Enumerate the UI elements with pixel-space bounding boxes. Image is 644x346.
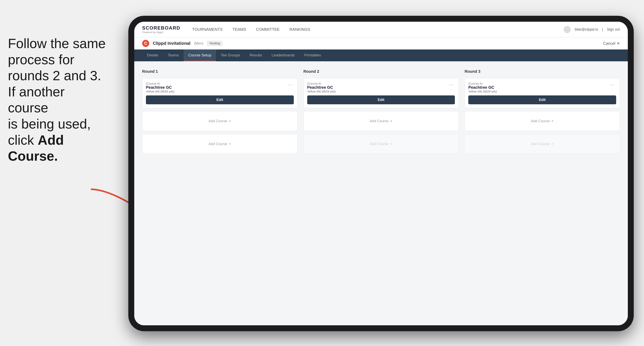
round-1-add-course-1[interactable]: Add Course + <box>142 111 298 131</box>
round-1-course-name: Peachtree GC <box>146 85 174 90</box>
round-1-add-course-text-2: Add Course + <box>208 142 231 146</box>
top-nav: SCOREBOARD Powered by clippd TOURNAMENTS… <box>134 22 628 37</box>
round-1-add-course-text-1: Add Course + <box>208 119 231 123</box>
instruction-panel: Follow the same process for rounds 2 and… <box>0 31 114 168</box>
round-2-add-course-text-1: Add Course + <box>370 119 392 123</box>
tab-details[interactable]: Details <box>142 49 163 61</box>
cancel-label: Cancel <box>603 41 615 46</box>
round-1-course-card: (Course A) Peachtree GC Yellow (M) (6629… <box>142 78 298 108</box>
round-2-add-course-2[interactable]: Add Course + <box>304 134 459 154</box>
logo-subtitle: Powered by clippd <box>142 31 180 34</box>
user-avatar <box>564 26 571 33</box>
round-2-course-name: Peachtree GC <box>307 85 336 90</box>
nav-tournaments[interactable]: TOURNAMENTS <box>192 26 222 33</box>
instruction-line2: process for <box>8 52 74 67</box>
round-2-add-course-label-1: Add Course <box>370 119 388 123</box>
logo-title: SCOREBOARD <box>142 25 180 31</box>
main-content: Round 1 (Course A) Peachtree GC Yellow (… <box>134 61 628 325</box>
tablet-screen: SCOREBOARD Powered by clippd TOURNAMENTS… <box>134 22 628 325</box>
top-nav-right: blair@clippd.io | Sign out <box>564 26 620 33</box>
round-1-course-label: (Course A) <box>146 82 174 85</box>
round-3-course-card: (Course A) Peachtree GC Yellow (M) (6629… <box>464 78 620 108</box>
round-1-card-header: (Course A) Peachtree GC Yellow (M) (6629… <box>146 82 294 93</box>
instruction-line6-plain: click <box>8 133 38 148</box>
round-1-add-course-label-2: Add Course <box>208 142 227 146</box>
round-2-course-info: (Course A) Peachtree GC Yellow (M) (6629… <box>307 82 336 93</box>
round-3-add-course-text-1: Add Course + <box>531 119 554 123</box>
round-3-course-details: Yellow (M) (6629 yds) <box>468 90 497 93</box>
round-3-course-name: Peachtree GC <box>468 85 497 90</box>
tournament-name: Clippd Invitational <box>153 41 190 46</box>
hosting-badge: Hosting <box>207 41 223 46</box>
round-2-add-course-plus-2: + <box>390 142 392 146</box>
round-2-course-details: Yellow (M) (6629 yds) <box>307 90 336 93</box>
round-2-edit-button[interactable]: Edit <box>307 95 455 104</box>
round-2-course-label: (Course A) <box>307 82 336 85</box>
sub-header: C Clippd Invitational (Men) Hosting Canc… <box>134 37 628 49</box>
round-3-add-course-1[interactable]: Add Course + <box>464 111 620 131</box>
round-3-column: Round 3 (Course A) Peachtree GC Yellow (… <box>464 69 620 154</box>
tablet-device: SCOREBOARD Powered by clippd TOURNAMENTS… <box>128 16 634 331</box>
round-2-label: Round 2 <box>304 69 459 74</box>
round-3-add-course-text-2: Add Course + <box>531 142 554 146</box>
round-2-add-course-1[interactable]: Add Course + <box>304 111 459 131</box>
nav-committee[interactable]: COMMITTEE <box>256 26 280 33</box>
round-2-add-course-label-2: Add Course <box>370 142 388 146</box>
round-2-card-menu-icon[interactable]: ⋯ <box>447 82 455 88</box>
user-email: blair@clippd.io <box>575 27 598 31</box>
instruction-line4: If another course <box>8 84 64 115</box>
men-label: (Men) <box>194 41 203 45</box>
round-3-course-label: (Course A) <box>468 82 497 85</box>
cancel-x-icon: ✕ <box>616 41 620 46</box>
round-1-add-course-2[interactable]: Add Course + <box>142 134 298 154</box>
round-3-label: Round 3 <box>464 69 620 74</box>
round-3-add-course-label-1: Add Course <box>531 119 550 123</box>
round-3-add-course-plus-2: + <box>551 142 554 146</box>
clippd-logo: C <box>142 40 149 47</box>
instruction-line3: rounds 2 and 3. <box>8 68 101 83</box>
round-2-add-course-plus-1: + <box>390 119 392 123</box>
round-3-add-course-2[interactable]: Add Course + <box>464 134 620 154</box>
tab-leaderboards[interactable]: Leaderboards <box>267 49 300 61</box>
tab-course-setup[interactable]: Course Setup <box>184 49 216 61</box>
instruction-line1: Follow the same <box>8 36 106 51</box>
pipe-separator: | <box>602 27 603 31</box>
nav-rankings[interactable]: RANKINGS <box>290 26 310 33</box>
top-nav-links: TOURNAMENTS TEAMS COMMITTEE RANKINGS <box>192 26 564 33</box>
sub-header-left: C Clippd Invitational (Men) Hosting <box>142 40 223 47</box>
round-3-course-info: (Course A) Peachtree GC Yellow (M) (6629… <box>468 82 497 93</box>
round-1-course-info: (Course A) Peachtree GC Yellow (M) (6629… <box>146 82 174 93</box>
round-3-add-course-plus-1: + <box>551 119 554 123</box>
scoreboard-logo: SCOREBOARD Powered by clippd <box>142 25 180 34</box>
round-1-edit-button[interactable]: Edit <box>146 95 294 104</box>
rounds-grid: Round 1 (Course A) Peachtree GC Yellow (… <box>142 69 620 154</box>
round-3-card-menu-icon[interactable]: ⋯ <box>609 82 616 88</box>
round-1-card-menu-icon[interactable]: ⋯ <box>286 82 294 88</box>
round-3-edit-button[interactable]: Edit <box>468 95 616 104</box>
round-3-add-course-label-2: Add Course <box>531 142 550 146</box>
sign-out-link[interactable]: Sign out <box>607 27 620 31</box>
round-1-add-course-plus-2: + <box>229 142 231 146</box>
round-2-column: Round 2 (Course A) Peachtree GC Yellow (… <box>304 69 459 154</box>
tab-teams[interactable]: Teams <box>163 49 184 61</box>
round-1-add-course-plus-1: + <box>229 119 231 123</box>
round-1-add-course-label-1: Add Course <box>208 119 227 123</box>
round-2-add-course-text-2: Add Course + <box>370 142 392 146</box>
tab-results[interactable]: Results <box>245 49 267 61</box>
tab-bar: Details Teams Course Setup Tee Groups Re… <box>134 49 628 61</box>
cancel-button[interactable]: Cancel ✕ <box>603 41 620 46</box>
round-1-column: Round 1 (Course A) Peachtree GC Yellow (… <box>142 69 298 154</box>
round-2-course-card: (Course A) Peachtree GC Yellow (M) (6629… <box>304 78 459 108</box>
round-1-course-details: Yellow (M) (6629 yds) <box>146 90 174 93</box>
round-1-label: Round 1 <box>142 69 298 74</box>
instruction-line5: is being used, <box>8 116 91 131</box>
tab-tee-groups[interactable]: Tee Groups <box>216 49 245 61</box>
round-2-card-header: (Course A) Peachtree GC Yellow (M) (6629… <box>307 82 455 93</box>
tab-printables[interactable]: Printables <box>300 49 326 61</box>
round-3-card-header: (Course A) Peachtree GC Yellow (M) (6629… <box>468 82 616 93</box>
nav-teams[interactable]: TEAMS <box>232 26 246 33</box>
